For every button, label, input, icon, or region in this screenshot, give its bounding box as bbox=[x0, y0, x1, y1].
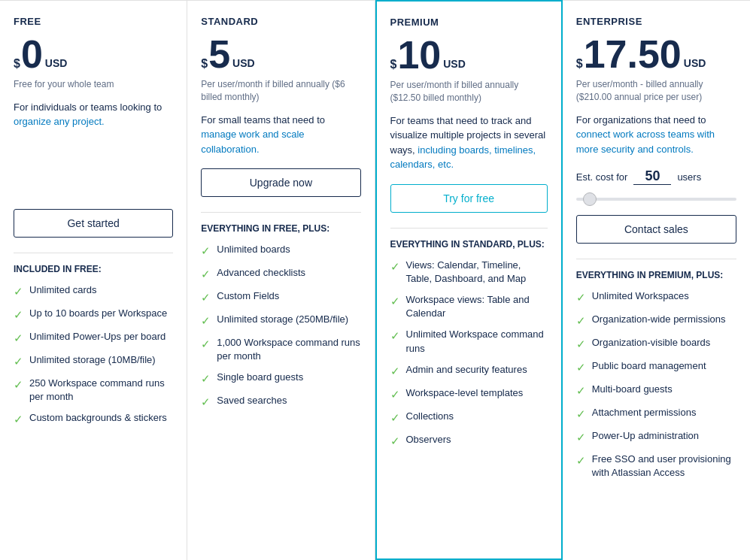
list-item: ✓Saved searches bbox=[201, 394, 360, 410]
feature-text: Organization-visible boards bbox=[592, 336, 711, 350]
feature-list-premium: ✓Views: Calendar, Timeline, Table, Dashb… bbox=[390, 259, 548, 449]
est-cost-input[interactable] bbox=[633, 168, 671, 185]
list-item: ✓Unlimited Workspace command runs bbox=[390, 328, 548, 355]
feature-text: Unlimited storage (250MB/file) bbox=[217, 313, 348, 326]
plan-desc-premium: For teams that need to track and visuali… bbox=[390, 114, 548, 172]
list-item: ✓Workspace views: Table and Calendar bbox=[390, 293, 548, 320]
feature-text: Observers bbox=[406, 433, 451, 446]
price-row-standard: $5USD bbox=[201, 35, 360, 74]
feature-text: Attachment permissions bbox=[592, 406, 697, 419]
list-item: ✓Workspace-level templates bbox=[390, 386, 548, 402]
included-label-enterprise: EVERYTHING IN PREMIUM, PLUS: bbox=[576, 270, 736, 280]
list-item: ✓Unlimited storage (10MB/file) bbox=[14, 353, 173, 369]
price-amount-enterprise: 17.50 bbox=[584, 35, 682, 74]
feature-text: Admin and security features bbox=[406, 363, 527, 377]
feature-text: Multi-board guests bbox=[592, 383, 673, 396]
check-icon: ✓ bbox=[390, 363, 400, 379]
divider-premium bbox=[390, 228, 548, 229]
cta-button-free[interactable]: Get started bbox=[14, 209, 173, 238]
price-sub-free: Free for your whole team bbox=[14, 78, 173, 91]
check-icon: ✓ bbox=[390, 433, 400, 449]
plan-name-free: FREE bbox=[14, 16, 173, 27]
price-row-premium: $10USD bbox=[390, 35, 548, 74]
list-item: ✓Free SSO and user provisioning with Atl… bbox=[576, 453, 736, 480]
list-item: ✓Multi-board guests bbox=[576, 383, 736, 398]
included-label-standard: EVERYTHING IN FREE, PLUS: bbox=[201, 223, 360, 234]
list-item: ✓Advanced checklists bbox=[201, 266, 360, 282]
list-item: ✓Custom Fields bbox=[201, 289, 360, 305]
check-icon: ✓ bbox=[14, 411, 23, 427]
plan-col-enterprise: ENTERPRISE$17.50USDPer user/month - bill… bbox=[563, 1, 750, 560]
users-slider[interactable] bbox=[576, 198, 736, 201]
price-amount-premium: 10 bbox=[397, 35, 441, 74]
feature-list-free: ✓Unlimited cards✓Up to 10 boards per Wor… bbox=[14, 283, 173, 427]
plan-name-standard: STANDARD bbox=[201, 16, 360, 27]
feature-text: Free SSO and user provisioning with Atla… bbox=[592, 453, 736, 480]
feature-list-standard: ✓Unlimited boards✓Advanced checklists✓Cu… bbox=[201, 243, 360, 410]
feature-text: Unlimited cards bbox=[29, 283, 97, 297]
feature-text: Saved searches bbox=[217, 394, 287, 407]
price-row-free: $0USD bbox=[14, 35, 173, 74]
feature-text: 250 Workspace command runs per month bbox=[29, 377, 173, 404]
price-sub-premium: Per user/month if billed annually ($12.5… bbox=[390, 79, 548, 104]
list-item: ✓Collections bbox=[390, 410, 548, 425]
check-icon: ✓ bbox=[390, 410, 400, 425]
check-icon: ✓ bbox=[576, 453, 586, 468]
cta-button-enterprise[interactable]: Contact sales bbox=[576, 215, 736, 244]
check-icon: ✓ bbox=[201, 243, 211, 259]
feature-list-enterprise: ✓Unlimited Workspaces✓Organization-wide … bbox=[576, 289, 736, 480]
divider-free bbox=[14, 253, 173, 253]
feature-text: Custom Fields bbox=[217, 289, 279, 303]
feature-text: Collections bbox=[406, 410, 454, 423]
list-item: ✓Single board guests bbox=[201, 371, 360, 386]
check-icon: ✓ bbox=[201, 313, 211, 328]
check-icon: ✓ bbox=[201, 336, 211, 352]
feature-text: Unlimited Workspaces bbox=[592, 289, 689, 303]
check-icon: ✓ bbox=[576, 336, 586, 352]
pricing-grid: FREE$0USDFree for your whole teamFor ind… bbox=[0, 0, 750, 560]
list-item: ✓Admin and security features bbox=[390, 363, 548, 379]
check-icon: ✓ bbox=[14, 353, 23, 369]
feature-text: Advanced checklists bbox=[217, 266, 305, 280]
check-icon: ✓ bbox=[390, 259, 400, 274]
list-item: ✓Up to 10 boards per Workspace bbox=[14, 307, 173, 322]
plan-col-free: FREE$0USDFree for your whole teamFor ind… bbox=[0, 1, 187, 560]
feature-text: Unlimited boards bbox=[217, 243, 290, 256]
list-item: ✓Attachment permissions bbox=[576, 406, 736, 422]
list-item: ✓Unlimited Power-Ups per board bbox=[14, 330, 173, 346]
users-slider-container bbox=[576, 191, 736, 203]
price-sign-standard: $ bbox=[201, 57, 208, 71]
feature-text: Unlimited storage (10MB/file) bbox=[29, 353, 156, 367]
price-amount-standard: 5 bbox=[208, 35, 230, 74]
feature-text: Workspace-level templates bbox=[406, 386, 524, 400]
est-cost-suffix: users bbox=[677, 171, 701, 183]
check-icon: ✓ bbox=[576, 289, 586, 305]
feature-text: Single board guests bbox=[217, 371, 303, 384]
list-item: ✓Organization-wide permissions bbox=[576, 313, 736, 328]
est-cost-row: Est. cost forusers bbox=[576, 168, 736, 185]
check-icon: ✓ bbox=[14, 283, 23, 299]
check-icon: ✓ bbox=[390, 386, 400, 402]
plan-desc-enterprise: For organizations that need to connect w… bbox=[576, 113, 736, 157]
price-sub-standard: Per user/month if billed annually ($6 bi… bbox=[201, 78, 360, 104]
price-amount-free: 0 bbox=[21, 35, 43, 74]
check-icon: ✓ bbox=[201, 394, 211, 410]
plan-desc-free: For individuals or teams looking to orga… bbox=[14, 100, 173, 129]
price-row-enterprise: $17.50USD bbox=[576, 35, 736, 74]
price-usd-standard: USD bbox=[232, 57, 255, 69]
list-item: ✓Observers bbox=[390, 433, 548, 449]
list-item: ✓Unlimited Workspaces bbox=[576, 289, 736, 305]
check-icon: ✓ bbox=[201, 266, 211, 282]
cta-button-standard[interactable]: Upgrade now bbox=[201, 168, 360, 197]
check-icon: ✓ bbox=[390, 293, 400, 309]
cta-button-premium[interactable]: Try for free bbox=[390, 184, 548, 213]
list-item: ✓Public board management bbox=[576, 359, 736, 375]
feature-text: Views: Calendar, Timeline, Table, Dashbo… bbox=[406, 259, 548, 286]
list-item: ✓Custom backgrounds & stickers bbox=[14, 411, 173, 427]
list-item: ✓Unlimited storage (250MB/file) bbox=[201, 313, 360, 328]
price-usd-enterprise: USD bbox=[684, 57, 706, 69]
price-sub-enterprise: Per user/month - billed annually ($210.0… bbox=[576, 78, 736, 104]
feature-text: Unlimited Workspace command runs bbox=[406, 328, 548, 355]
feature-text: Up to 10 boards per Workspace bbox=[29, 307, 167, 320]
feature-text: Workspace views: Table and Calendar bbox=[406, 293, 548, 320]
